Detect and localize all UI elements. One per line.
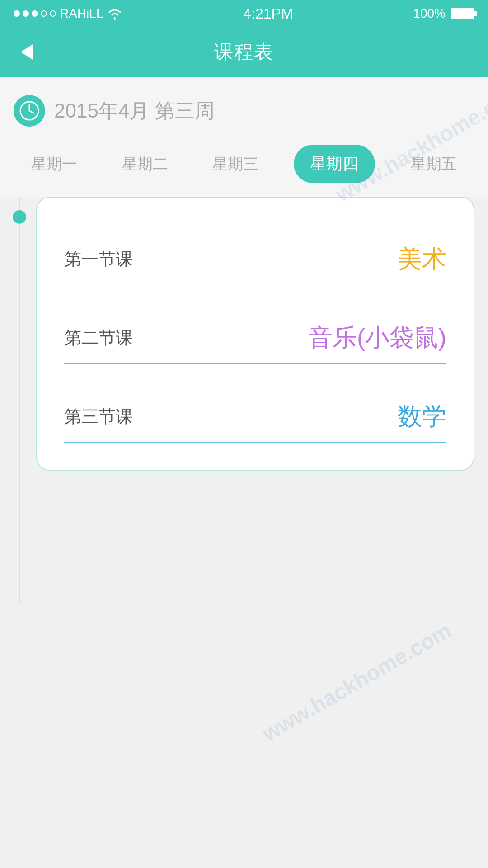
signal-dot-4 <box>41 10 47 17</box>
main-content: 2015年4月 第三周 星期一 星期二 星期三 星期四 星期五 第一节课 美术 … <box>0 77 488 694</box>
timeline-line <box>19 197 20 604</box>
svg-line-2 <box>29 111 33 113</box>
course-2-name: 音乐(小袋鼠) <box>308 321 446 354</box>
status-left: RAHiLL <box>14 6 123 21</box>
date-label: 2015年4月 第三周 <box>54 98 215 124</box>
days-container: 星期一 星期二 星期三 星期四 星期五 <box>0 136 488 197</box>
wifi-icon <box>107 7 123 20</box>
signal-dot-1 <box>14 10 20 17</box>
back-button[interactable] <box>14 38 41 66</box>
page-title: 课程表 <box>214 39 274 65</box>
course-1-period: 第一节课 <box>64 248 133 271</box>
day-monday[interactable]: 星期一 <box>22 149 86 179</box>
day-thursday[interactable]: 星期四 <box>294 145 375 183</box>
day-tuesday[interactable]: 星期二 <box>113 149 177 179</box>
days-row: 星期一 星期二 星期三 星期四 星期五 <box>0 145 488 183</box>
clock-icon <box>14 95 45 127</box>
signal-dot-2 <box>23 10 29 17</box>
status-right: 100% <box>413 6 474 21</box>
day-friday[interactable]: 星期五 <box>402 149 466 179</box>
nav-bar: 课程表 <box>0 27 488 77</box>
schedule-card: 第一节课 美术 第二节课 音乐(小袋鼠) 第三节课 数学 <box>36 197 474 471</box>
course-row-1: 第一节课 美术 <box>64 225 446 285</box>
battery-percent: 100% <box>413 6 446 21</box>
course-2-period: 第二节课 <box>64 326 133 349</box>
back-arrow-icon <box>21 44 33 60</box>
course-row-3: 第三节课 数学 <box>64 382 446 443</box>
signal-dots <box>14 10 56 17</box>
clock-svg <box>19 100 40 121</box>
carrier-label: RAHiLL <box>60 6 103 21</box>
course-row-2: 第二节课 音乐(小袋鼠) <box>64 303 446 364</box>
status-bar: RAHiLL 4:21PM 100% <box>0 0 488 27</box>
signal-dot-5 <box>50 10 56 17</box>
course-3-period: 第三节课 <box>64 405 133 428</box>
status-time: 4:21PM <box>243 5 293 22</box>
course-1-name: 美术 <box>398 243 446 276</box>
day-wednesday[interactable]: 星期三 <box>203 149 267 179</box>
battery-icon <box>451 8 474 19</box>
battery-container <box>451 8 474 19</box>
course-3-name: 数学 <box>398 400 446 433</box>
header-section: 2015年4月 第三周 <box>0 77 488 136</box>
signal-dot-3 <box>32 10 38 17</box>
timeline-dot <box>13 210 26 224</box>
